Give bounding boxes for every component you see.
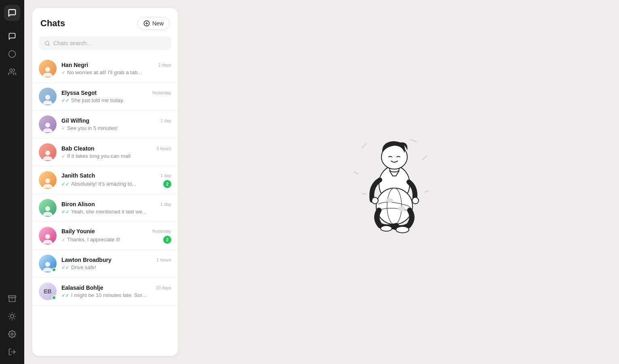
avatar-5 <box>39 171 57 189</box>
chat-preview: ✓✓ She just told me today. <box>61 97 171 103</box>
chat-preview: ✓ If it takes long you can mail <box>61 153 171 159</box>
sidebar-item-theme[interactable] <box>5 309 19 324</box>
online-indicator <box>52 295 56 300</box>
chat-list: Han Negri 2 days ✓ No worries at all! I'… <box>32 55 178 356</box>
avatar-7 <box>39 227 57 245</box>
avatar-wrapper-6 <box>39 199 57 217</box>
chat-item-7[interactable]: Baily Younie Yesterday ✓ Thanks, I appre… <box>32 222 178 250</box>
avatar-person-icon <box>42 93 54 105</box>
preview-text: Yeah, she mentioned it last we... <box>71 209 147 215</box>
chat-preview-row: ✓✓ Drive safe! <box>61 264 171 270</box>
avatar-4 <box>39 143 57 161</box>
chat-item-2[interactable]: Elyssa Segot Yesterday ✓✓ She just told … <box>32 83 178 111</box>
chat-preview-row: ✓ If it takes long you can mail <box>61 153 171 159</box>
svg-point-40 <box>381 226 392 231</box>
chats-title: Chats <box>40 18 65 29</box>
chat-name-row: Han Negri 2 days <box>61 62 171 68</box>
single-check-icon: ✓ <box>61 70 65 75</box>
chat-name-row: Lawton Broadbury 1 hours <box>61 257 171 263</box>
chat-name-row: Elyssa Segot Yesterday <box>61 90 171 96</box>
sidebar-item-chats[interactable] <box>5 29 19 44</box>
svg-point-24 <box>45 178 50 183</box>
svg-line-28 <box>362 144 366 148</box>
svg-line-29 <box>411 140 417 142</box>
chat-info-2: Elyssa Segot Yesterday ✓✓ She just told … <box>61 90 171 103</box>
sidebar-item-status[interactable] <box>5 47 19 61</box>
chat-name: Gil Wilfing <box>61 117 89 124</box>
chat-info-4: Bab Cleaton 3 hours ✓ If it takes long y… <box>61 145 171 159</box>
avatar-person-icon <box>42 121 54 133</box>
chat-preview: ✓ No worries at all! I'll grab a tab... <box>61 69 171 75</box>
sidebar-item-settings[interactable] <box>5 327 19 341</box>
sidebar-item-archive[interactable] <box>5 291 19 306</box>
chat-item-3[interactable]: Gil Wilfing 1 day ✓ See you in 5 minutes… <box>32 111 178 138</box>
chat-item-8[interactable]: Lawton Broadbury 1 hours ✓✓ Drive safe! <box>32 250 178 278</box>
svg-point-39 <box>396 226 409 233</box>
chats-header: Chats New <box>32 8 178 36</box>
svg-point-22 <box>45 123 50 128</box>
app-logo[interactable] <box>4 5 20 21</box>
chat-info-7: Baily Younie Yesterday ✓ Thanks, I appre… <box>61 228 171 244</box>
preview-text: No worries at all! I'll grab a tab... <box>67 69 142 75</box>
chat-time: 1 hours <box>156 257 171 262</box>
double-check-icon: ✓✓ <box>61 293 69 298</box>
svg-point-21 <box>45 95 50 100</box>
svg-line-31 <box>354 172 358 174</box>
chat-preview: ✓✓ Drive safe! <box>61 264 171 270</box>
avatar-person-icon <box>42 205 54 217</box>
search-box <box>39 36 171 50</box>
double-check-icon: ✓✓ <box>61 209 69 215</box>
preview-text: If it takes long you can mail <box>67 153 131 159</box>
chat-time: 10 days <box>156 285 171 290</box>
new-chat-button[interactable]: New <box>137 17 170 30</box>
preview-text: She just told me today. <box>71 97 124 103</box>
double-check-icon: ✓✓ <box>61 265 69 270</box>
svg-point-13 <box>11 333 13 335</box>
chat-preview-row: ✓✓ I might be 10 minutes late. Sor... <box>61 292 171 298</box>
chat-preview: ✓✓ Absolutely! It's amazing to... <box>61 181 161 187</box>
svg-line-7 <box>10 314 10 314</box>
svg-point-25 <box>45 206 50 211</box>
double-check-icon: ✓✓ <box>61 181 69 187</box>
svg-point-37 <box>376 188 413 224</box>
avatar-person-icon <box>42 149 54 161</box>
svg-point-1 <box>10 69 13 72</box>
chat-time: Yesterday <box>152 90 171 95</box>
sidebar-item-contacts[interactable] <box>5 65 19 79</box>
chat-item-4[interactable]: Bab Cleaton 3 hours ✓ If it takes long y… <box>32 138 178 166</box>
svg-point-23 <box>45 151 50 155</box>
chat-preview: ✓ Thanks, I appreciate it! <box>61 236 161 243</box>
svg-point-41 <box>372 197 378 204</box>
search-input[interactable] <box>53 40 166 46</box>
svg-line-32 <box>362 193 366 194</box>
double-check-icon: ✓✓ <box>61 98 69 103</box>
svg-line-33 <box>425 191 429 192</box>
chat-info-5: Janith Satch 1 day ✓✓ Absolutely! It's a… <box>61 172 171 188</box>
chat-name-row: Bab Cleaton 3 hours <box>61 145 171 152</box>
avatar-wrapper-8 <box>39 255 57 272</box>
sidebar-item-logout[interactable] <box>5 345 19 359</box>
avatar-wrapper-3 <box>39 115 57 133</box>
avatar-wrapper-2 <box>39 88 57 105</box>
chat-name: Han Negri <box>61 62 88 68</box>
chat-name: Janith Satch <box>61 172 95 179</box>
chat-name: Baily Younie <box>61 228 95 234</box>
chat-item-5[interactable]: Janith Satch 1 day ✓✓ Absolutely! It's a… <box>32 166 178 194</box>
chat-item-1[interactable]: Han Negri 2 days ✓ No worries at all! I'… <box>32 55 178 83</box>
empty-state-illustration <box>338 121 451 243</box>
avatar-wrapper-5 <box>39 171 57 189</box>
svg-point-20 <box>45 67 50 72</box>
svg-line-12 <box>14 314 15 314</box>
chat-item-6[interactable]: Biron Alison 1 day ✓✓ Yeah, she mentione… <box>32 194 178 222</box>
svg-point-0 <box>9 51 16 58</box>
preview-text: Thanks, I appreciate it! <box>67 236 120 243</box>
chat-preview-row: ✓✓ Absolutely! It's amazing to... 2 <box>61 180 171 188</box>
avatar-1 <box>39 60 57 77</box>
chat-item-9[interactable]: EB Ealasaid Bohlje 10 days ✓✓ I might be… <box>32 278 178 305</box>
chat-name: Ealasaid Bohlje <box>61 285 103 291</box>
unread-badge: 2 <box>163 180 171 188</box>
chat-preview-row: ✓ No worries at all! I'll grab a tab... <box>61 69 171 75</box>
avatar-person-icon <box>42 65 54 77</box>
preview-text: I might be 10 minutes late. Sor... <box>71 292 146 298</box>
svg-point-26 <box>45 234 50 239</box>
